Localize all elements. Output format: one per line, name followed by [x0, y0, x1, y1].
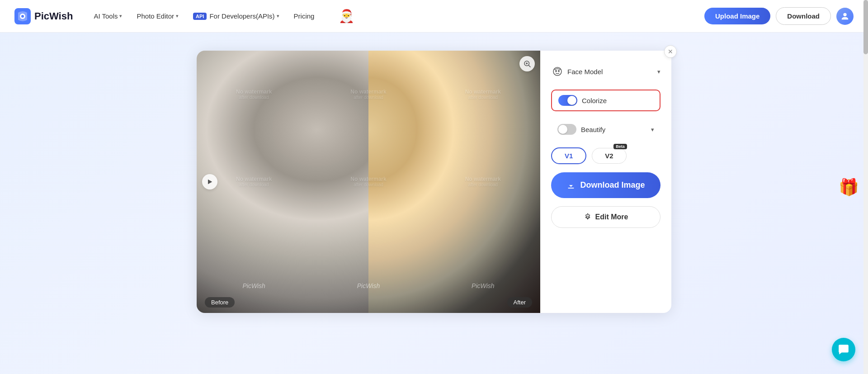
header-left: PicWish AI Tools ▾ Photo Editor ▾ API Fo… — [14, 8, 354, 24]
api-badge: API — [193, 13, 207, 20]
svg-line-5 — [528, 65, 530, 67]
nav-photo-editor[interactable]: Photo Editor ▾ — [130, 9, 185, 24]
beautify-toggle[interactable] — [557, 124, 576, 135]
face-model-chevron-icon[interactable]: ▾ — [657, 68, 660, 75]
close-button[interactable]: ✕ — [664, 45, 677, 58]
edit-icon — [584, 213, 592, 221]
chevron-down-icon: ▾ — [277, 13, 279, 19]
svg-point-3 — [843, 13, 846, 16]
svg-point-10 — [556, 71, 557, 71]
beautify-chevron-icon[interactable]: ▾ — [651, 126, 654, 133]
download-image-button[interactable]: Download Image — [551, 172, 660, 198]
editor-card: No watermark after download No watermark… — [197, 51, 671, 313]
floating-gift[interactable]: 🎁 — [839, 178, 859, 197]
before-label: Before — [205, 297, 235, 308]
version-v2-button[interactable]: V2 Beta — [592, 148, 626, 164]
logo-icon — [14, 8, 31, 24]
version-v1-button[interactable]: V1 — [551, 147, 586, 164]
upload-image-button[interactable]: Upload Image — [704, 8, 770, 24]
colorize-toggle[interactable] — [558, 95, 577, 106]
face-model-icon — [551, 65, 564, 78]
image-labels: Before After — [197, 292, 540, 313]
main-nav: AI Tools ▾ Photo Editor ▾ API For Develo… — [87, 9, 321, 24]
colorize-row: Colorize — [551, 90, 660, 111]
image-area: No watermark after download No watermark… — [197, 51, 540, 313]
colorize-label: Colorize — [582, 97, 607, 104]
edit-more-button[interactable]: Edit More — [551, 206, 660, 228]
photo-colorized — [368, 51, 540, 313]
chevron-down-icon: ▾ — [119, 13, 122, 19]
svg-point-2 — [21, 15, 24, 18]
chevron-down-icon: ▾ — [176, 13, 179, 19]
svg-rect-12 — [568, 188, 574, 189]
main-content: No watermark after download No watermark… — [0, 33, 868, 374]
svg-point-13 — [586, 216, 589, 218]
zoom-icon — [523, 60, 531, 68]
nav-pricing[interactable]: Pricing — [288, 9, 321, 24]
nav-for-developers[interactable]: API For Developers(APIs) ▾ — [187, 9, 286, 24]
svg-marker-8 — [208, 180, 212, 185]
scrollbar-track — [863, 0, 868, 374]
header: PicWish AI Tools ▾ Photo Editor ▾ API Fo… — [0, 0, 868, 33]
toggle-thumb — [567, 96, 576, 105]
play-icon — [206, 178, 213, 185]
face-icon — [552, 66, 563, 77]
beautify-label: Beautify — [581, 126, 605, 133]
chat-icon — [838, 344, 849, 355]
side-panel: ✕ Face Model ▾ — [540, 51, 671, 313]
logo[interactable]: PicWish — [14, 8, 73, 24]
face-model-row[interactable]: Face Model ▾ — [551, 62, 660, 81]
face-model-label: Face Model — [567, 68, 654, 76]
beautify-row: Beautify ▾ — [551, 119, 660, 139]
zoom-button[interactable] — [519, 56, 535, 71]
user-icon — [840, 11, 850, 21]
logo-text: PicWish — [34, 10, 73, 22]
christmas-icon: 🎅 — [339, 9, 354, 24]
chat-bubble-button[interactable] — [832, 338, 855, 361]
beta-badge: Beta — [613, 144, 627, 149]
download-button[interactable]: Download — [776, 7, 831, 25]
photo-container: No watermark after download No watermark… — [197, 51, 540, 313]
svg-point-11 — [558, 71, 559, 71]
after-label: After — [507, 297, 532, 308]
play-button[interactable] — [202, 174, 217, 189]
download-icon — [566, 181, 576, 190]
avatar[interactable] — [836, 8, 854, 25]
nav-ai-tools[interactable]: AI Tools ▾ — [87, 9, 128, 24]
scrollbar-thumb[interactable] — [863, 0, 868, 54]
toggle-thumb — [558, 125, 567, 134]
header-right: Upload Image Download — [704, 7, 854, 25]
version-row: V1 V2 Beta — [551, 147, 660, 164]
